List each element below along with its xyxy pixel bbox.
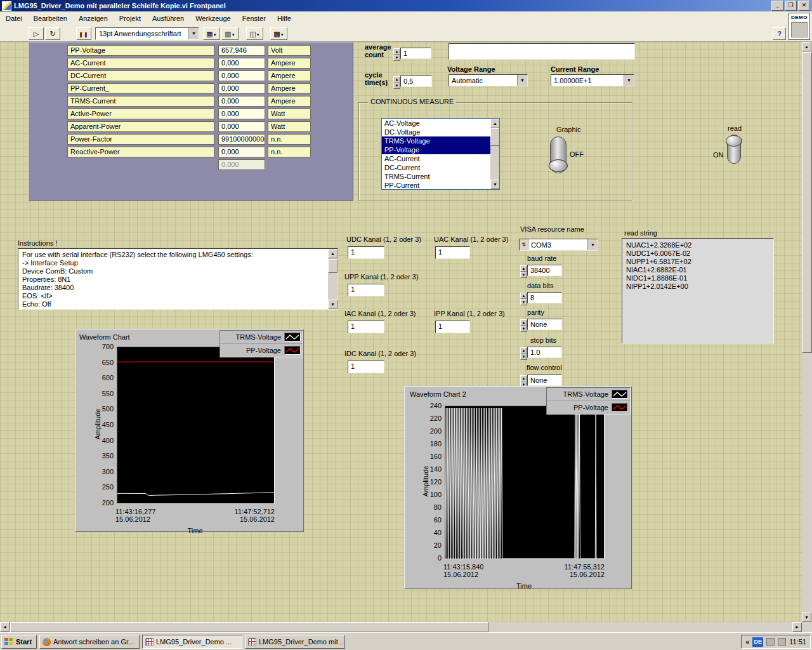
scroll-up-button[interactable]: ▲	[490, 119, 500, 128]
data-bits-input[interactable]: 8	[527, 292, 562, 303]
resize-objects-button[interactable]: ◫▼	[246, 27, 263, 40]
font-selector[interactable]: 13pt Anwendungsschriftart ▼	[95, 27, 199, 40]
spin-up-icon[interactable]: ▲	[520, 347, 527, 354]
menu-hilfe[interactable]: Hilfe	[272, 12, 297, 25]
menu-anzeigen[interactable]: Anzeigen	[73, 12, 114, 25]
align-objects-button[interactable]: ▦▼	[203, 27, 220, 40]
cycle-time-spinner[interactable]: ▲ ▼	[393, 76, 400, 87]
listbox-item[interactable]: AC-Current	[382, 154, 490, 163]
legend-item[interactable]: TRMS-Voltage	[547, 388, 630, 401]
stop-bits-input[interactable]: 1.0	[527, 347, 562, 358]
legend-item[interactable]: PP-Voltage	[547, 401, 630, 414]
spin-up-icon[interactable]: ▲	[520, 319, 527, 326]
flow-control-spinner[interactable]: ▲▼	[520, 375, 527, 386]
scroll-thumb[interactable]	[802, 52, 812, 353]
legend-item[interactable]: PP-Voltage	[220, 344, 303, 357]
average-count-spinner[interactable]: ▲ ▼	[393, 48, 400, 59]
scroll-down-button[interactable]: ▼	[802, 613, 811, 622]
menu-ausführen[interactable]: Ausführen	[147, 12, 190, 25]
graphic-switch[interactable]	[550, 136, 566, 173]
language-indicator[interactable]: DE	[752, 637, 763, 647]
task-button[interactable]: Antwort schreiben an Gr...	[39, 635, 140, 649]
waveform-chart-2-legend[interactable]: TRMS-VoltagePP-Voltage	[546, 387, 631, 415]
scroll-thumb[interactable]	[10, 622, 488, 632]
scroll-down-button[interactable]: ▼	[328, 300, 337, 309]
data-bits-spinner[interactable]: ▲▼	[520, 293, 527, 303]
parity-spinner[interactable]: ▲▼	[520, 319, 527, 330]
spin-down-icon[interactable]: ▼	[520, 299, 527, 305]
read-switch[interactable]	[727, 135, 741, 164]
graphic-switch-knob[interactable]	[549, 159, 568, 172]
tray-icon-1[interactable]	[766, 638, 775, 646]
waveform-chart-1-legend[interactable]: TRMS-VoltagePP-Voltage	[219, 330, 303, 357]
spin-up-icon[interactable]: ▲	[393, 48, 400, 55]
instructions-box[interactable]: For use with serial interface (RS232) se…	[18, 248, 338, 310]
current-range-select[interactable]: 1.00000E+1 ▼	[551, 74, 634, 86]
menu-projekt[interactable]: Projekt	[114, 12, 147, 25]
listbox-scrollbar[interactable]: ▲▼	[490, 119, 500, 189]
legend-item[interactable]: TRMS-Voltage	[220, 331, 303, 344]
font-selector-arrow-icon[interactable]: ▼	[188, 28, 199, 39]
current-range-arrow-icon[interactable]: ▼	[624, 75, 634, 86]
spin-down-icon[interactable]: ▼	[520, 326, 527, 332]
task-button[interactable]: LMG95_Driver_Demo ...	[142, 635, 242, 649]
scroll-up-button[interactable]: ▲	[802, 42, 811, 51]
scroll-thumb[interactable]	[490, 128, 500, 146]
listbox-item[interactable]: TRMS-Voltage	[382, 136, 490, 145]
listbox-item[interactable]: TRMS-Current	[382, 172, 490, 181]
spin-up-icon[interactable]: ▲	[520, 293, 527, 299]
tray-chevron-icon[interactable]: «	[745, 638, 749, 646]
menu-datei[interactable]: Datei	[0, 12, 28, 25]
flow-control-input[interactable]: None	[527, 375, 562, 386]
udc-channel-input[interactable]: 1	[348, 246, 384, 259]
vertical-scrollbar[interactable]: ▲▼	[802, 42, 812, 622]
measure-listbox[interactable]: AC-VoltageDC-VoltageTRMS-VoltagePP-Volta…	[381, 118, 500, 190]
cycle-time-input[interactable]: 0,5	[400, 76, 432, 87]
help-button[interactable]: ?	[773, 27, 786, 40]
uac-channel-input[interactable]: 1	[435, 246, 470, 259]
visa-resource-arrow-icon[interactable]: ▼	[587, 239, 598, 250]
visa-resource-select[interactable]: ⇅ COM3 ▼	[519, 239, 598, 251]
run-continuous-button[interactable]: ↻	[45, 27, 60, 40]
listbox-item[interactable]: DC-Current	[382, 163, 490, 172]
parity-input[interactable]: None	[527, 319, 562, 330]
spin-down-icon[interactable]: ▼	[520, 272, 527, 278]
start-button[interactable]: Start	[1, 635, 37, 649]
close-button[interactable]: ✕	[798, 1, 810, 11]
maximize-button[interactable]: ❐	[785, 1, 797, 11]
reorder-objects-button[interactable]: ▩▼	[270, 27, 287, 40]
ipp-channel-input[interactable]: 1	[435, 321, 470, 333]
stop-bits-spinner[interactable]: ▲▼	[520, 347, 527, 358]
distribute-objects-button[interactable]: ▥▼	[221, 27, 239, 40]
scroll-right-button[interactable]: ►	[792, 622, 802, 632]
minimize-button[interactable]: _	[771, 1, 783, 11]
spin-up-icon[interactable]: ▲	[520, 375, 527, 381]
menu-werkzeuge[interactable]: Werkzeuge	[190, 12, 236, 25]
read-switch-knob[interactable]	[726, 135, 742, 147]
baud-rate-spinner[interactable]: ▲▼	[520, 265, 527, 276]
average-count-input[interactable]: 1	[400, 48, 431, 59]
instructions-scrollbar[interactable]: ▲▼	[328, 249, 337, 309]
listbox-item[interactable]: AC-Voltage	[382, 119, 490, 128]
run-button[interactable]: ▷	[29, 27, 44, 40]
scroll-up-button[interactable]: ▲	[328, 249, 337, 258]
spin-up-icon[interactable]: ▲	[393, 76, 400, 83]
menu-fenster[interactable]: Fenster	[237, 12, 272, 25]
menu-bearbeiten[interactable]: Bearbeiten	[28, 12, 73, 25]
upp-channel-input[interactable]: 1	[348, 284, 384, 296]
task-button[interactable]: LMG95_Driver_Demo mit ...	[245, 635, 345, 649]
horizontal-scrollbar[interactable]: ◄►	[0, 622, 802, 632]
spin-up-icon[interactable]: ▲	[520, 265, 527, 272]
spin-down-icon[interactable]: ▼	[393, 83, 400, 89]
voltage-range-select[interactable]: Automatic ▼	[449, 74, 528, 86]
voltage-range-arrow-icon[interactable]: ▼	[517, 75, 527, 86]
pause-button[interactable]: ❚❚	[76, 27, 91, 40]
listbox-item[interactable]: PP-Voltage	[382, 145, 490, 154]
iac-channel-input[interactable]: 1	[348, 321, 384, 333]
listbox-item[interactable]: DC-Voltage	[382, 128, 490, 136]
spin-down-icon[interactable]: ▼	[393, 55, 400, 61]
scroll-down-button[interactable]: ▼	[490, 180, 500, 189]
scroll-left-button[interactable]: ◄	[0, 622, 10, 632]
tray-icon-2[interactable]	[778, 638, 786, 646]
idc-channel-input[interactable]: 1	[348, 361, 384, 373]
